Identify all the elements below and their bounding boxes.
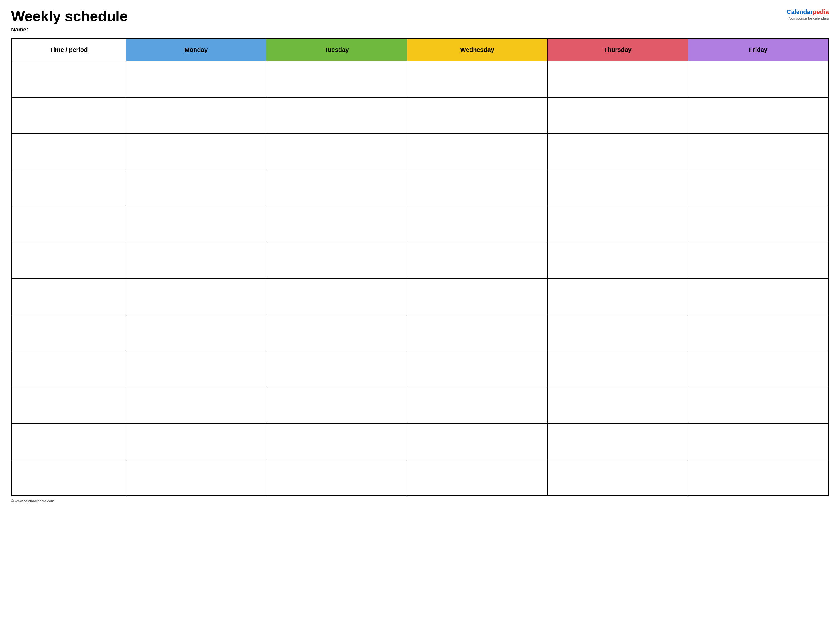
time-cell[interactable]	[11, 242, 126, 278]
schedule-cell[interactable]	[267, 61, 407, 97]
table-row	[11, 242, 829, 278]
schedule-cell[interactable]	[688, 351, 829, 387]
schedule-cell[interactable]	[267, 387, 407, 423]
page-title: Weekly schedule	[11, 8, 128, 24]
col-header-tuesday: Tuesday	[267, 39, 407, 61]
schedule-cell[interactable]	[407, 61, 547, 97]
schedule-cell[interactable]	[547, 351, 688, 387]
col-header-friday: Friday	[688, 39, 829, 61]
schedule-cell[interactable]	[126, 387, 266, 423]
page-header: Weekly schedule Name: Calendarpedia Your…	[11, 8, 829, 33]
schedule-cell[interactable]	[547, 206, 688, 242]
col-header-thursday: Thursday	[547, 39, 688, 61]
schedule-cell[interactable]	[126, 206, 266, 242]
schedule-cell[interactable]	[407, 351, 547, 387]
schedule-cell[interactable]	[547, 61, 688, 97]
logo-subtitle: Your source for calendars	[788, 16, 829, 21]
schedule-cell[interactable]	[547, 242, 688, 278]
schedule-cell[interactable]	[407, 387, 547, 423]
schedule-cell[interactable]	[126, 242, 266, 278]
time-cell[interactable]	[11, 206, 126, 242]
schedule-cell[interactable]	[547, 134, 688, 170]
table-row	[11, 315, 829, 351]
time-cell[interactable]	[11, 134, 126, 170]
time-cell[interactable]	[11, 315, 126, 351]
schedule-cell[interactable]	[267, 170, 407, 206]
schedule-cell[interactable]	[547, 97, 688, 134]
schedule-cell[interactable]	[407, 206, 547, 242]
table-row	[11, 61, 829, 97]
time-cell[interactable]	[11, 278, 126, 315]
table-row	[11, 387, 829, 423]
time-cell[interactable]	[11, 61, 126, 97]
schedule-cell[interactable]	[126, 134, 266, 170]
table-row	[11, 459, 829, 496]
schedule-cell[interactable]	[688, 423, 829, 459]
schedule-cell[interactable]	[267, 351, 407, 387]
table-header-row: Time / period Monday Tuesday Wednesday T…	[11, 39, 829, 61]
time-cell[interactable]	[11, 387, 126, 423]
logo-section: Calendarpedia Your source for calendars	[786, 8, 829, 21]
schedule-cell[interactable]	[688, 206, 829, 242]
schedule-cell[interactable]	[547, 170, 688, 206]
schedule-cell[interactable]	[126, 97, 266, 134]
schedule-cell[interactable]	[547, 423, 688, 459]
schedule-cell[interactable]	[688, 315, 829, 351]
schedule-cell[interactable]	[407, 134, 547, 170]
logo-text: Calendarpedia	[786, 8, 829, 16]
table-row	[11, 170, 829, 206]
time-cell[interactable]	[11, 97, 126, 134]
schedule-cell[interactable]	[688, 242, 829, 278]
time-cell[interactable]	[11, 170, 126, 206]
footer: © www.calendarpedia.com	[11, 499, 829, 503]
schedule-cell[interactable]	[688, 61, 829, 97]
schedule-cell[interactable]	[126, 423, 266, 459]
schedule-cell[interactable]	[407, 423, 547, 459]
schedule-cell[interactable]	[407, 97, 547, 134]
logo-pedia: pedia	[813, 8, 829, 15]
schedule-cell[interactable]	[126, 351, 266, 387]
schedule-cell[interactable]	[547, 459, 688, 496]
name-label: Name:	[11, 27, 128, 33]
schedule-cell[interactable]	[126, 170, 266, 206]
table-row	[11, 206, 829, 242]
schedule-cell[interactable]	[267, 134, 407, 170]
schedule-cell[interactable]	[407, 459, 547, 496]
schedule-cell[interactable]	[267, 206, 407, 242]
schedule-cell[interactable]	[547, 387, 688, 423]
time-cell[interactable]	[11, 423, 126, 459]
schedule-cell[interactable]	[126, 278, 266, 315]
col-header-time: Time / period	[11, 39, 126, 61]
schedule-cell[interactable]	[547, 278, 688, 315]
table-row	[11, 351, 829, 387]
schedule-cell[interactable]	[688, 387, 829, 423]
schedule-cell[interactable]	[126, 459, 266, 496]
time-cell[interactable]	[11, 351, 126, 387]
schedule-cell[interactable]	[407, 170, 547, 206]
schedule-cell[interactable]	[126, 61, 266, 97]
schedule-cell[interactable]	[407, 315, 547, 351]
logo-calendar: Calendar	[786, 8, 813, 15]
schedule-cell[interactable]	[688, 97, 829, 134]
schedule-table: Time / period Monday Tuesday Wednesday T…	[11, 38, 829, 496]
title-section: Weekly schedule Name:	[11, 8, 128, 33]
schedule-cell[interactable]	[407, 278, 547, 315]
schedule-cell[interactable]	[688, 170, 829, 206]
schedule-cell[interactable]	[267, 242, 407, 278]
time-cell[interactable]	[11, 459, 126, 496]
schedule-cell[interactable]	[126, 315, 266, 351]
schedule-cell[interactable]	[267, 97, 407, 134]
table-row	[11, 134, 829, 170]
schedule-cell[interactable]	[407, 242, 547, 278]
schedule-cell[interactable]	[688, 459, 829, 496]
schedule-cell[interactable]	[267, 315, 407, 351]
col-header-monday: Monday	[126, 39, 266, 61]
schedule-cell[interactable]	[267, 278, 407, 315]
schedule-cell[interactable]	[267, 459, 407, 496]
schedule-cell[interactable]	[688, 278, 829, 315]
schedule-cell[interactable]	[547, 315, 688, 351]
schedule-body	[11, 61, 829, 496]
schedule-cell[interactable]	[267, 423, 407, 459]
copyright-text: © www.calendarpedia.com	[11, 499, 54, 503]
schedule-cell[interactable]	[688, 134, 829, 170]
